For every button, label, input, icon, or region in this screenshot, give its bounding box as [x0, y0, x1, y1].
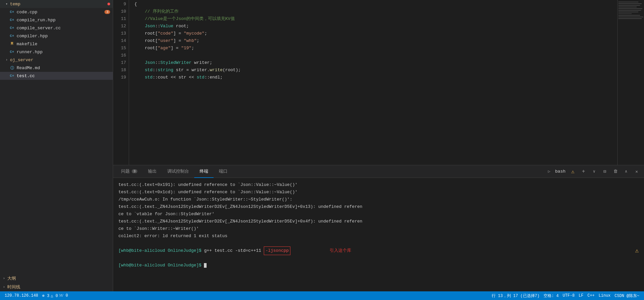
hpp-file-icon: C+ [9, 17, 15, 23]
terminal-highlight-ljsoncpp: -ljsoncpp [264, 246, 290, 255]
line-num-18: 18 [113, 67, 126, 74]
split-btn[interactable]: ∨ [589, 167, 599, 176]
terminal-cursor [204, 263, 207, 268]
line-num-19: 19 [113, 74, 126, 81]
terminal-cmd: g++ test.cc -std=c++11 [202, 247, 264, 254]
bash-label: bash [555, 169, 565, 174]
tab-output-label: 输出 [148, 168, 157, 174]
add-terminal-btn[interactable]: + [579, 167, 588, 176]
sidebar-item-temp-folder[interactable]: ▾ temp [0, 0, 113, 8]
code-lines[interactable]: { // 序列化的工作 //Value是一个Json的中间类，可以填充KV值 J… [129, 0, 617, 165]
sidebar-item-oj-server[interactable]: › oj_server [0, 56, 113, 64]
sidebar-item-code-cpp[interactable]: C+ code.cpp 3 [0, 8, 113, 16]
status-errors[interactable]: ⊗ 3 △ 0 𝓦 0 [40, 291, 70, 300]
sidebar-file-label: compile_run.hpp [17, 18, 110, 23]
split-panel-btn[interactable]: ⊟ [600, 167, 609, 176]
hpp-file-icon: C+ [9, 49, 15, 55]
cc-file-icon: C+ [9, 25, 15, 31]
sidebar-item-runner[interactable]: C+ runner.hpp [0, 48, 113, 56]
file-badge: 3 [104, 10, 110, 14]
line-num-15: 15 [113, 45, 126, 52]
line-num-17: 17 [113, 59, 126, 67]
sidebar-file-label: compiler.hpp [17, 34, 110, 39]
sidebar-file-label: ReadMe.md [17, 66, 110, 71]
terminal-annotation: 引入这个库 [298, 240, 351, 262]
problems-badge: 3 [132, 169, 137, 173]
sidebar-item-makefile[interactable]: M makefile [0, 40, 113, 48]
chevron-right-icon: › [1, 284, 7, 290]
panel-up-btn[interactable]: ∧ [621, 167, 631, 176]
status-warning-count: △ 0 [51, 293, 58, 298]
chevron-right-icon: › [1, 276, 7, 281]
status-csdn-text: CSDN @陈东~ [615, 293, 639, 299]
cpp-file-icon: C+ [9, 9, 15, 15]
code-line-17: Json::StyledWriter writer; [134, 59, 617, 67]
svg-rect-7 [618, 13, 632, 14]
sidebar-item-compile-run[interactable]: C+ compile_run.hpp [0, 16, 113, 24]
sidebar-item-readme[interactable]: ⓘ ReadMe.md [0, 64, 113, 72]
svg-rect-6 [618, 12, 638, 12]
sidebar-item-compile-server[interactable]: C+ compile_server.cc [0, 24, 113, 32]
modified-dot-icon [107, 3, 110, 5]
status-error-count: ⊗ 3 [42, 293, 50, 298]
svg-rect-9 [618, 17, 643, 17]
line-num-16: 16 [113, 52, 126, 59]
code-content: 9 10 11 12 13 14 15 16 17 18 19 { [113, 0, 644, 165]
tab-ports[interactable]: 端口 [214, 165, 233, 178]
panel-actions: ▷ bash ⚠ + ∨ ⊟ 🗑 ∧ ✕ [545, 167, 641, 176]
status-platform[interactable]: Linux [597, 293, 613, 298]
code-line-16 [134, 52, 617, 59]
status-le-text: LF [579, 293, 583, 298]
tab-debug-label: 调试控制台 [167, 168, 189, 174]
status-position[interactable]: 行 13，列 17 (已选择7) [490, 293, 542, 299]
sidebar-file-label: compile_server.cc [17, 26, 110, 31]
tab-terminal[interactable]: 终端 [194, 165, 214, 178]
code-line-13: root["code"] = "mycode"; [134, 30, 617, 37]
tab-output[interactable]: 输出 [143, 165, 162, 178]
sidebar-folder-label: oj_server [10, 58, 110, 63]
sidebar-file-label: code.cpp [17, 10, 104, 15]
status-csdn[interactable]: CSDN @陈东~ [613, 293, 641, 299]
tab-terminal-label: 终端 [200, 168, 208, 174]
status-language[interactable]: C++ [585, 293, 597, 298]
sidebar-item-test-cc[interactable]: C+ test.cc [0, 72, 113, 80]
terminal-run-btn[interactable]: ▷ [545, 167, 554, 176]
status-line-ending[interactable]: LF [577, 293, 585, 298]
sidebar: ▾ temp C+ code.cpp 3 C+ compile_run.hpp … [0, 0, 113, 291]
trash-btn[interactable]: 🗑 [611, 167, 620, 176]
code-line-14: root["user"] = "whb"; [134, 37, 617, 45]
editor-area: 9 10 11 12 13 14 15 16 17 18 19 { [113, 0, 644, 291]
code-line-18: std::string str = writer.write(root); [134, 67, 617, 74]
line-num-14: 14 [113, 37, 126, 45]
terminal-line-err4: test.cc:(.text._ZN4Json12StyledWriterD2E… [118, 203, 639, 211]
sidebar-item-outline[interactable]: › 大纲 [0, 274, 113, 283]
sidebar-item-timeline[interactable]: › 时间线 [0, 283, 113, 291]
terminal-line-err5: test.cc:(.text._ZN4Json12StyledWriterD2E… [118, 218, 639, 225]
line-num-13: 13 [113, 30, 126, 37]
line-num-9: 9 [113, 1, 126, 8]
status-encoding-text: UTF-8 [563, 293, 575, 298]
sidebar-folder-label: temp [10, 2, 107, 7]
line-num-12: 12 [113, 23, 126, 30]
timeline-label: 时间线 [7, 284, 20, 290]
terminal-content[interactable]: test.cc:(.text+0x191): undefined referen… [113, 178, 644, 291]
status-encoding[interactable]: UTF-8 [561, 293, 577, 298]
status-right: 行 13，列 17 (已选择7) 空格: 4 UTF-8 LF C++ Linu… [490, 293, 641, 299]
status-ip[interactable]: 120.78.126.148 [3, 291, 40, 300]
status-spaces[interactable]: 空格: 4 [542, 293, 561, 299]
warning-btn[interactable]: ⚠ [568, 167, 577, 176]
status-platform-text: Linux [599, 293, 611, 298]
sidebar-bottom: › 大纲 › 时间线 [0, 274, 113, 291]
tab-debug-console[interactable]: 调试控制台 [162, 165, 194, 178]
tab-problems[interactable]: 问题 3 [116, 165, 143, 178]
panel-close-btn[interactable]: ✕ [632, 167, 641, 176]
sidebar-file-label: runner.hpp [17, 50, 110, 55]
svg-rect-2 [618, 5, 640, 6]
terminal-line-cmd2: [whb@bite-alicloud OnlineJudge]$ [118, 262, 639, 269]
svg-rect-5 [618, 10, 641, 11]
terminal-line-cmd1: [whb@bite-alicloud OnlineJudge]$ g++ tes… [118, 240, 639, 262]
makefile-icon: M [9, 41, 15, 47]
line-num-11: 11 [113, 15, 126, 23]
sidebar-item-compiler[interactable]: C+ compiler.hpp [0, 32, 113, 40]
tab-problems-label: 问题 [121, 168, 130, 174]
